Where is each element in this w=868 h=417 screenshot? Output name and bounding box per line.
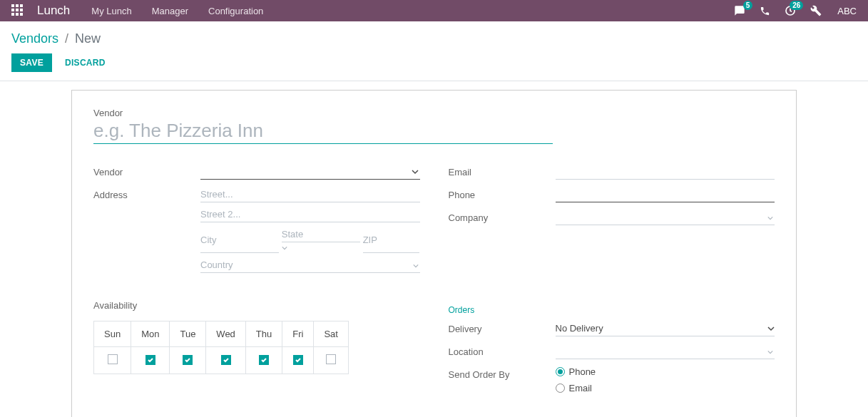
day-checkbox-thu[interactable] <box>259 355 269 365</box>
delivery-select[interactable]: No Delivery <box>556 321 775 336</box>
app-brand[interactable]: Lunch <box>37 4 70 18</box>
day-header-sat: Sat <box>314 321 349 347</box>
vendor-select[interactable] <box>200 164 420 180</box>
messages-badge: 5 <box>743 1 753 10</box>
company-label: Company <box>449 210 556 223</box>
orders-section-title: Orders <box>449 305 775 315</box>
vendor-name-input[interactable] <box>93 118 553 144</box>
caret-down-icon <box>282 242 287 253</box>
caret-down-icon <box>767 325 775 332</box>
send-order-label: Send Order By <box>449 366 556 380</box>
phone-icon[interactable] <box>760 6 770 16</box>
day-checkbox-wed[interactable] <box>221 355 231 365</box>
radio-phone[interactable] <box>556 367 565 376</box>
day-checkbox-sat[interactable] <box>326 354 336 364</box>
day-checkbox-mon[interactable] <box>145 355 155 365</box>
radio-label-email: Email <box>569 383 593 393</box>
location-label: Location <box>449 344 556 357</box>
street-input[interactable] <box>200 187 420 202</box>
nav-my-lunch[interactable]: My Lunch <box>91 6 131 16</box>
address-label: Address <box>93 187 200 200</box>
radio-label-phone: Phone <box>569 366 596 377</box>
day-header-mon: Mon <box>131 321 170 347</box>
day-header-tue: Tue <box>170 321 206 347</box>
activities-badge: 26 <box>790 1 803 10</box>
nav-manager[interactable]: Manager <box>152 6 188 16</box>
day-header-thu: Thu <box>245 321 282 347</box>
breadcrumb-parent[interactable]: Vendors <box>11 31 58 46</box>
vendor-label: Vendor <box>93 164 200 177</box>
day-checkbox-tue[interactable] <box>183 355 193 365</box>
zip-input[interactable] <box>363 227 420 253</box>
delivery-label: Delivery <box>449 321 556 334</box>
day-header-sun: Sun <box>94 321 131 347</box>
radio-email[interactable] <box>556 383 565 393</box>
state-input[interactable] <box>282 227 360 242</box>
availability-table: SunMonTueWedThuFriSat <box>93 321 349 374</box>
apps-icon[interactable] <box>11 4 24 17</box>
vendor-name-label: Vendor <box>93 108 775 118</box>
availability-label: Availability <box>93 300 420 311</box>
phone-input[interactable] <box>556 187 775 202</box>
user-menu[interactable]: ABC <box>837 6 857 16</box>
day-header-fri: Fri <box>282 321 314 347</box>
city-input[interactable] <box>200 227 279 253</box>
debug-icon[interactable] <box>810 5 822 16</box>
activities-icon[interactable]: 26 <box>785 5 796 16</box>
country-input[interactable] <box>200 257 420 273</box>
email-label: Email <box>449 164 556 177</box>
breadcrumb-current: New <box>75 31 101 46</box>
discard-button[interactable]: DISCARD <box>58 53 113 72</box>
email-input[interactable] <box>556 164 775 180</box>
day-checkbox-sun[interactable] <box>108 354 118 364</box>
nav-configuration[interactable]: Configuration <box>208 6 263 16</box>
save-button[interactable]: SAVE <box>11 53 52 72</box>
location-select[interactable] <box>556 344 775 359</box>
street2-input[interactable] <box>200 207 420 222</box>
breadcrumb: Vendors / New <box>11 31 857 46</box>
messages-icon[interactable]: 5 <box>734 5 745 16</box>
phone-label: Phone <box>449 187 556 200</box>
day-header-wed: Wed <box>206 321 246 347</box>
day-checkbox-fri[interactable] <box>293 355 303 365</box>
company-select[interactable] <box>556 210 775 225</box>
